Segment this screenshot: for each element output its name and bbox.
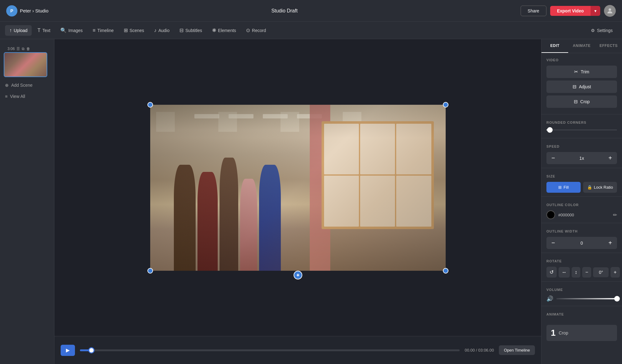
add-scene-button[interactable]: ⊕ Add Scene (0, 80, 54, 91)
images-icon: 🔍 (60, 27, 67, 33)
timestamp: 3:06 (7, 47, 15, 51)
size-label: SIZE (546, 174, 617, 178)
svg-point-0 (609, 8, 611, 11)
crop-handle-top-right[interactable] (443, 102, 448, 108)
volume-slider[interactable] (556, 298, 617, 299)
speed-control: − 1x + (546, 152, 617, 164)
rotate-flip-h-button[interactable]: ↔ (559, 267, 570, 278)
export-dropdown-button[interactable]: ▾ (591, 6, 600, 16)
crop-badge-label: Crop (559, 330, 568, 335)
rounded-corners-label: ROUNDED CORNERS (546, 121, 617, 124)
text-button[interactable]: T Text (33, 25, 54, 36)
speed-increase-button[interactable]: + (606, 153, 615, 163)
timeline-bar: ▶ 00.00 / 03:06.00 Open Timeline (54, 336, 541, 364)
crop-handle-bottom-right[interactable] (443, 268, 448, 274)
crop-handle-center[interactable] (294, 271, 302, 279)
view-all-button[interactable]: ≡ View All (0, 91, 54, 102)
outline-color-section: OUTLINE COLOR #000000 ✏ (541, 198, 622, 222)
rotate-section: ROTATE ↺ ↔ ↕ − 0° + (541, 254, 622, 280)
divider-5 (541, 223, 622, 223)
settings-button[interactable]: ⚙ Settings (587, 25, 617, 35)
trim-button[interactable]: ✂ Trim (546, 66, 617, 78)
play-button[interactable]: ▶ (61, 345, 75, 356)
export-button[interactable]: Export Video (550, 6, 591, 16)
rounded-corners-section: ROUNDED CORNERS (541, 116, 622, 137)
subtitles-button[interactable]: ⊟ Subtitles (175, 25, 207, 36)
trim-icon: ✂ (574, 69, 578, 75)
timeline-scrubber[interactable] (80, 349, 460, 351)
tab-animate[interactable]: ANIMATE (568, 39, 595, 53)
images-button[interactable]: 🔍 Images (56, 25, 87, 36)
color-swatch[interactable] (546, 210, 555, 219)
scenes-button[interactable]: ⊞ Scenes (119, 25, 149, 36)
outline-color-row: #000000 ✏ (546, 210, 617, 219)
audio-button[interactable]: ♪ Audio (150, 25, 174, 36)
crop-handle-top-left[interactable] (147, 102, 153, 108)
crop-button[interactable]: ⊟ Crop (546, 95, 617, 108)
volume-thumb[interactable] (614, 296, 620, 302)
timeline-button[interactable]: ≡ Timeline (88, 25, 118, 36)
scene-thumb-image (4, 52, 47, 77)
crop-badge: 1 Crop (546, 325, 617, 341)
rotate-flip-v-button[interactable]: ↕ (572, 267, 580, 278)
share-button[interactable]: Share (521, 6, 546, 16)
eyedropper-button[interactable]: ✏ (613, 212, 617, 218)
copy-icon: ⧉ (22, 47, 25, 51)
tab-effects[interactable]: EFFECTS (595, 39, 622, 53)
header: P Peter › Studio Studio Draft Share Expo… (0, 0, 622, 22)
scene-thumb-header: 3:06 ☰ ⧉ 🗑 (4, 45, 50, 52)
rounded-corners-thumb[interactable] (547, 127, 553, 133)
color-hex-value: #000000 (558, 213, 610, 217)
adjust-button[interactable]: ⊟ Adjust (546, 81, 617, 93)
rounded-corners-slider[interactable] (546, 129, 617, 131)
user-avatar[interactable] (604, 5, 616, 17)
volume-icon-button[interactable]: 🔊 (546, 295, 553, 302)
divider-6 (541, 253, 622, 253)
speed-decrease-button[interactable]: − (549, 153, 558, 163)
timeline-icon: ≡ (93, 28, 95, 33)
canvas-wrapper (54, 39, 541, 336)
outline-width-section: OUTLINE WIDTH − 0 + (541, 224, 622, 251)
export-button-group: Export Video ▾ (550, 6, 600, 16)
outline-width-increase-button[interactable]: + (606, 238, 615, 248)
lock-icon: 🔒 (587, 185, 592, 190)
timeline-thumb[interactable] (88, 347, 95, 353)
upload-icon: ↑ (9, 28, 12, 33)
elements-button[interactable]: ❋ Elements (208, 25, 240, 36)
toolbar: ↑ Upload T Text 🔍 Images ≡ Timeline ⊞ Sc… (0, 22, 622, 39)
audio-icon: ♪ (154, 28, 156, 33)
video-overlay (150, 105, 446, 271)
rotate-decrease-button[interactable]: − (582, 267, 591, 278)
divider-2 (541, 138, 622, 138)
divider-4 (541, 196, 622, 197)
crop-icon: ⊟ (574, 99, 578, 104)
app-logo: P (6, 5, 17, 16)
volume-fill (556, 298, 617, 299)
open-timeline-button[interactable]: Open Timeline (499, 345, 535, 355)
canvas-area: ▶ 00.00 / 03:06.00 Open Timeline (54, 39, 541, 364)
tab-edit[interactable]: EDIT (541, 39, 568, 53)
rotate-value: 0° (593, 267, 609, 277)
lock-ratio-button[interactable]: 🔒 Lock Ratio (583, 182, 617, 193)
speed-label: SPEED (546, 145, 617, 148)
divider-3 (541, 168, 622, 168)
scene-thumbnail[interactable]: 3:06 ☰ ⧉ 🗑 (4, 45, 50, 77)
rotate-ccw-button[interactable]: ↺ (546, 267, 557, 278)
scenes-icon: ⊞ (124, 27, 128, 33)
add-icon: ⊕ (5, 83, 9, 88)
crop-badge-area: 1 Crop (541, 322, 622, 346)
record-button[interactable]: ⊙ Record (242, 25, 270, 36)
outline-width-decrease-button[interactable]: − (549, 238, 558, 248)
video-canvas[interactable] (150, 105, 446, 271)
video-section: VIDEO ✂ Trim ⊟ Adjust ⊟ Crop (541, 53, 622, 113)
logo-area: P Peter › Studio (6, 5, 49, 16)
settings-icon: ⚙ (591, 28, 595, 33)
rotate-increase-button[interactable]: + (610, 267, 620, 278)
upload-button[interactable]: ↑ Upload (5, 25, 32, 36)
crop-handle-bottom-left[interactable] (147, 268, 153, 274)
right-panel: EDIT ANIMATE EFFECTS VIDEO ✂ Trim ⊟ Adju… (541, 39, 622, 364)
fill-button[interactable]: ⊞ Fill (546, 182, 581, 193)
play-icon: ▶ (66, 347, 70, 353)
divider-8 (541, 306, 622, 306)
page-title: Studio Draft (53, 8, 516, 14)
